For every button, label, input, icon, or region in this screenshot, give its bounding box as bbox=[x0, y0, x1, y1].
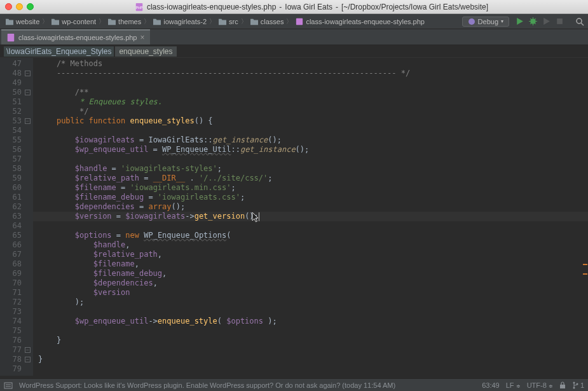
window-title: PHP class-iowagirleats-enqueue-styles.ph… bbox=[40, 3, 583, 11]
code-line[interactable]: $filename, bbox=[33, 259, 588, 269]
title-filename: class-iowagirleats-enqueue-styles.php bbox=[147, 3, 276, 11]
code-line[interactable] bbox=[33, 345, 588, 355]
git-branch[interactable]: 1 bbox=[572, 381, 584, 389]
svg-rect-2 bbox=[296, 18, 303, 24]
code-line[interactable]: $handle = 'iowagirleats-styles'; bbox=[33, 164, 588, 174]
svg-rect-12 bbox=[560, 385, 565, 388]
code-line[interactable]: $relative_path = __DIR__ . '/../site/css… bbox=[33, 174, 588, 183]
lock-icon[interactable] bbox=[559, 381, 566, 389]
breadcrumb-label: class-iowagirleats-enqueue-styles.php bbox=[306, 18, 424, 25]
php-file-icon: PHP bbox=[135, 3, 144, 11]
breadcrumb-segment[interactable]: iowagirleats-2 bbox=[151, 18, 208, 25]
fold-toggle-icon[interactable]: − bbox=[25, 357, 31, 362]
code-line[interactable]: */ bbox=[33, 107, 588, 116]
title-sep: - bbox=[279, 3, 282, 11]
title-project: Iowa Girl Eats bbox=[285, 3, 332, 11]
chevron-right-icon: 〉 bbox=[209, 17, 215, 26]
breadcrumb-segment[interactable]: website bbox=[4, 18, 41, 25]
code-line[interactable]: $options = new WP_Enqueue_Options( bbox=[33, 231, 588, 240]
code-line[interactable]: $dependencies, bbox=[33, 278, 588, 288]
run-config-selector[interactable]: Debug ▾ bbox=[462, 17, 509, 27]
code-line[interactable]: /** bbox=[33, 88, 588, 97]
editor-tab[interactable]: class-iowagirleats-enqueue-styles.php × bbox=[1, 29, 150, 45]
file-encoding[interactable]: UTF-8 ≑ bbox=[527, 381, 553, 389]
maximize-icon[interactable] bbox=[27, 3, 34, 10]
chevron-right-icon: 〉 bbox=[42, 17, 48, 26]
event-log-icon[interactable] bbox=[4, 381, 13, 390]
folder-icon bbox=[107, 18, 116, 25]
debug-label: Debug bbox=[478, 18, 498, 25]
breadcrumb-segment[interactable]: classes bbox=[249, 18, 285, 25]
breadcrumb-label: iowagirleats-2 bbox=[163, 18, 207, 25]
chevron-right-icon: 〉 bbox=[241, 17, 247, 26]
code-line[interactable]: $version = $iowagirleats->get_version(); bbox=[33, 212, 588, 221]
breadcrumb-class[interactable]: \IowaGirlEats_Enqueue_Styles bbox=[4, 46, 114, 57]
line-separator[interactable]: LF ≑ bbox=[506, 381, 521, 389]
chevron-right-icon: 〉 bbox=[144, 17, 150, 26]
line-gutter[interactable]: 4748−4950−515253−54555657585960616263646… bbox=[0, 58, 33, 376]
cursor-position[interactable]: 63:49 bbox=[482, 381, 500, 389]
code-line[interactable]: $filename_debug, bbox=[33, 269, 588, 278]
fold-toggle-icon[interactable]: − bbox=[25, 90, 31, 95]
svg-point-6 bbox=[577, 18, 582, 24]
code-line[interactable]: $iowagirleats = IowaGirlEats::get_instan… bbox=[33, 135, 588, 145]
code-line[interactable]: } bbox=[33, 355, 588, 364]
fold-toggle-icon[interactable]: − bbox=[25, 118, 31, 124]
svg-rect-5 bbox=[557, 18, 563, 24]
code-line[interactable]: * Enqueues styles. bbox=[33, 97, 588, 107]
svg-rect-9 bbox=[4, 383, 12, 388]
code-line[interactable]: $wp_enqueue_util = WP_Enqueue_Util::get_… bbox=[33, 145, 588, 154]
code-editor[interactable]: 4748−4950−515253−54555657585960616263646… bbox=[0, 58, 588, 376]
title-path: [~/Dropbox/Projects/Iowa Girl Eats/websi… bbox=[341, 3, 488, 11]
code-line[interactable] bbox=[33, 364, 588, 374]
code-line[interactable] bbox=[33, 78, 588, 88]
code-line[interactable]: $filename_debug = 'iowagirleats.css'; bbox=[33, 193, 588, 202]
code-line[interactable]: public function enqueue_styles() { bbox=[33, 116, 588, 126]
code-line[interactable]: ----------------------------------------… bbox=[33, 69, 588, 78]
fold-toggle-icon[interactable]: − bbox=[25, 347, 31, 353]
code-line[interactable]: $version bbox=[33, 288, 588, 298]
run-icon[interactable] bbox=[516, 17, 524, 25]
breadcrumb-label: themes bbox=[118, 18, 141, 25]
status-message[interactable]: WordPress Support: Looks like it's WordP… bbox=[19, 381, 395, 389]
fold-toggle-icon[interactable]: − bbox=[25, 71, 31, 76]
code-line[interactable]: $handle, bbox=[33, 240, 588, 250]
close-icon[interactable] bbox=[5, 3, 12, 10]
breadcrumb-segment[interactable]: src bbox=[217, 18, 240, 25]
breadcrumb-segment[interactable]: wp-content bbox=[50, 18, 97, 25]
minimize-icon[interactable] bbox=[16, 3, 23, 10]
svg-line-7 bbox=[581, 23, 584, 25]
code-line[interactable]: $wp_enqueue_util->enqueue_style( $option… bbox=[33, 317, 588, 326]
code-area[interactable]: /* Methods -----------------------------… bbox=[33, 58, 588, 376]
title-sep2: - bbox=[336, 3, 338, 11]
tab-label: class-iowagirleats-enqueue-styles.php bbox=[18, 34, 137, 41]
folder-icon bbox=[5, 18, 14, 25]
breadcrumb-segment[interactable]: class-iowagirleats-enqueue-styles.php bbox=[294, 18, 425, 25]
breadcrumb-label: wp-content bbox=[62, 18, 96, 25]
breadcrumb-segment[interactable]: themes bbox=[106, 18, 142, 25]
search-icon[interactable] bbox=[575, 17, 584, 26]
breadcrumb-label: website bbox=[16, 18, 39, 25]
close-icon[interactable]: × bbox=[140, 33, 144, 42]
code-line[interactable] bbox=[33, 221, 588, 231]
code-line[interactable]: } bbox=[33, 336, 588, 345]
folder-icon bbox=[51, 18, 60, 25]
breadcrumb-method[interactable]: enqueue_styles bbox=[115, 46, 176, 57]
code-line[interactable]: ); bbox=[33, 298, 588, 307]
error-stripe[interactable] bbox=[582, 60, 588, 378]
code-line[interactable] bbox=[33, 154, 588, 164]
debug-icon[interactable] bbox=[529, 17, 537, 25]
breadcrumb-label: src bbox=[229, 18, 238, 25]
code-line[interactable]: /* Methods bbox=[33, 59, 588, 69]
code-line[interactable] bbox=[33, 326, 588, 336]
code-line[interactable]: $dependencies = array(); bbox=[33, 202, 588, 212]
window-titlebar: PHP class-iowagirleats-enqueue-styles.ph… bbox=[0, 0, 588, 14]
code-line[interactable] bbox=[33, 126, 588, 135]
code-line[interactable]: $relative_path, bbox=[33, 250, 588, 259]
breadcrumb-label: classes bbox=[261, 18, 284, 25]
code-line[interactable]: $filename = 'iowagirleats.min.css'; bbox=[33, 183, 588, 193]
svg-point-3 bbox=[468, 18, 475, 25]
svg-text:PHP: PHP bbox=[135, 5, 142, 9]
code-line[interactable] bbox=[33, 307, 588, 317]
structure-breadcrumb: \IowaGirlEats_Enqueue_Styles enqueue_sty… bbox=[0, 45, 588, 58]
